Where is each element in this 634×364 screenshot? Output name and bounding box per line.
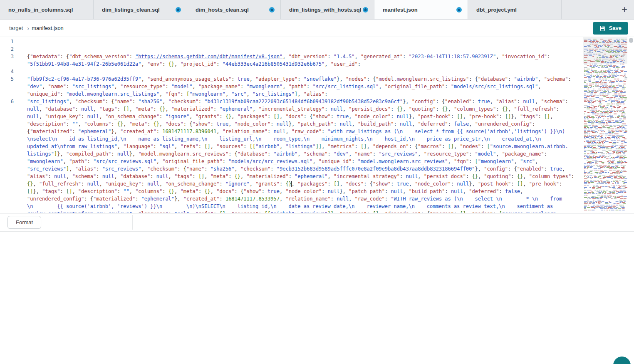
- editor-tab[interactable]: dim_listings_clean.sql: [94, 0, 187, 19]
- code-row: "mwonglearn", "path": "src/src_reviews.s…: [0, 158, 634, 165]
- save-floppy-icon: [599, 25, 605, 31]
- unsaved-changes-icon[interactable]: [176, 7, 181, 12]
- code-row: 6"src_listings", "checksum": {"name": "s…: [0, 98, 634, 105]
- editor-tab[interactable]: dim_hosts_clean.sql: [187, 0, 281, 19]
- panel-divider: [132, 215, 133, 230]
- tab-label: no_nulls_in_columns.sql: [8, 7, 73, 13]
- code-row: "unrendered_config": {"materialized": "e…: [0, 195, 634, 203]
- code-editor[interactable]: 123{"metadata": {"dbt_schema_version": "…: [0, 37, 634, 213]
- code-row: review_sentiment\nfrom raw_reviews", "la…: [0, 210, 634, 213]
- code-row: 4: [0, 68, 634, 75]
- tab-bar-spacer: [562, 0, 615, 19]
- code-row: null, "unique_key": null, "on_schema_cha…: [0, 113, 634, 120]
- editor-tab[interactable]: dim_listings_with_hosts.sql: [281, 0, 374, 19]
- code-row: "alias": null, "schema": null, "database…: [0, 173, 634, 180]
- code-row: []}, "tags": [], "description": "", "col…: [0, 188, 634, 195]
- tab-bar: no_nulls_in_columns.sql dim_listings_cle…: [0, 0, 634, 20]
- code-row: updated_at\nfrom raw_listings", "languag…: [0, 143, 634, 150]
- format-bar: Format: [0, 213, 634, 232]
- new-tab-button[interactable]: +: [615, 0, 634, 19]
- code-rows: 123{"metadata": {"dbt_schema_version": "…: [0, 37, 634, 213]
- editor-tab[interactable]: dbt_project.yml: [468, 0, 562, 19]
- scrollbar-thumb[interactable]: [629, 38, 633, 43]
- code-row: 2: [0, 45, 634, 53]
- code-row: "5f51bb91-94b8-4e31-94f2-26b5e061d22a", …: [0, 60, 634, 68]
- code-row: "unique_id": "model.mwonglearn.src_listi…: [0, 90, 634, 98]
- save-button[interactable]: Save: [593, 22, 628, 35]
- tab-label: dim_listings_clean.sql: [102, 7, 160, 13]
- code-row: \n {{ source('airbnb', 'reviews') }}\n \…: [0, 203, 634, 210]
- breadcrumb-segment-file: manifest.json: [32, 25, 64, 31]
- save-button-label: Save: [609, 25, 622, 31]
- unsaved-changes-icon[interactable]: [269, 7, 275, 12]
- unsaved-changes-icon[interactable]: [363, 7, 368, 12]
- unsaved-changes-icon[interactable]: [456, 7, 462, 12]
- tab-label: manifest.json: [383, 7, 418, 13]
- chevron-right-icon: ›: [27, 25, 29, 32]
- editor-tab[interactable]: no_nulls_in_columns.sql: [0, 0, 94, 19]
- code-row: "dev", "name": "src_listings", "resource…: [0, 83, 634, 90]
- breadcrumb-segment-folder: target: [9, 25, 23, 31]
- tab-label: dim_hosts_clean.sql: [196, 7, 249, 13]
- breadcrumb-bar: target › manifest.json Save: [0, 20, 634, 37]
- text-cursor: [291, 181, 292, 187]
- code-row: {"materialized": "ephemeral"}, "created_…: [0, 128, 634, 135]
- format-button[interactable]: Format: [7, 216, 41, 229]
- code-row: null, "database": null, "tags": [], "met…: [0, 105, 634, 113]
- code-row: "src_reviews"], "alias": "src_reviews", …: [0, 165, 634, 173]
- results-panel: [0, 232, 634, 364]
- code-row: listings"]}, "compiled_path": null}, "mo…: [0, 150, 634, 158]
- code-row: \nselect\n id as listing_id,\n name as l…: [0, 135, 634, 143]
- code-row: 1: [0, 38, 634, 45]
- tab-label: dbt_project.yml: [476, 7, 517, 13]
- code-row: 5"fbb9f3c2-cf96-4a17-b736-976a62d35ff9",…: [0, 75, 634, 83]
- editor-tab[interactable]: manifest.json: [374, 0, 468, 19]
- tab-label: dim_listings_with_hosts.sql: [289, 7, 361, 13]
- vertical-scrollbar[interactable]: [628, 37, 634, 213]
- code-row: 3{"metadata": {"dbt_schema_version": "ht…: [0, 53, 634, 60]
- code-row: "description": "", "columns": {}, "meta"…: [0, 120, 634, 128]
- code-row: {}, "full_refresh": null, "unique_key": …: [0, 180, 634, 188]
- minimap[interactable]: [583, 38, 627, 212]
